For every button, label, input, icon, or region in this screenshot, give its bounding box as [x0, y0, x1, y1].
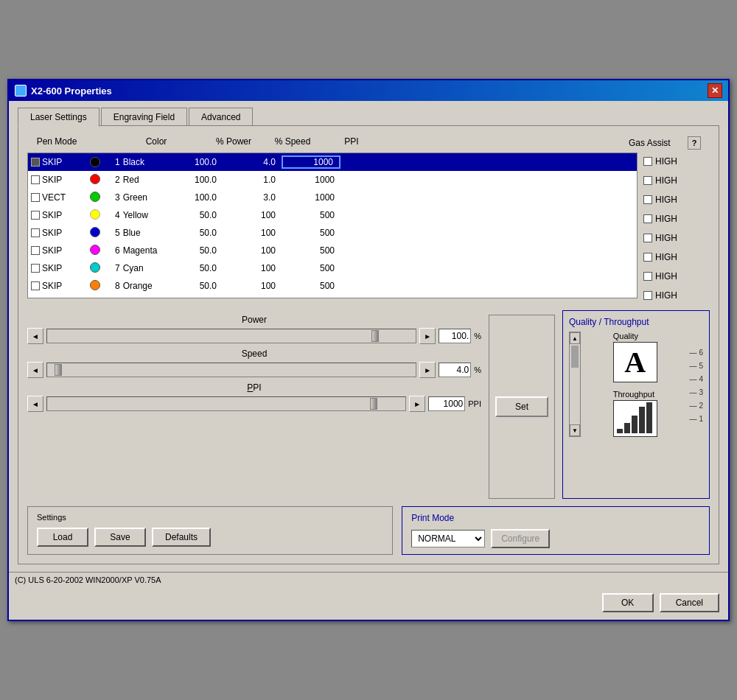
pen-mode-checkbox[interactable]	[31, 228, 40, 237]
status-text: (C) ULS 6-20-2002 WIN2000/XP V0.75A	[15, 575, 161, 584]
ppi-track[interactable]	[46, 396, 406, 411]
gas-assist-checkbox[interactable]	[643, 291, 652, 300]
defaults-button[interactable]: Defaults	[152, 528, 211, 547]
power-unit: %	[474, 332, 481, 340]
tab-advanced[interactable]: Advanced	[189, 108, 253, 127]
middle-section: Power ◄ ► % Speed	[27, 310, 710, 499]
power-val: 50.0	[134, 245, 223, 256]
pen-mode-label: SKIP	[42, 228, 62, 238]
gas-assist-checkbox[interactable]	[643, 253, 652, 262]
pen-mode-checkbox[interactable]	[31, 264, 40, 273]
speed-val: 100	[223, 228, 282, 238]
scroll-down[interactable]: ▼	[570, 424, 580, 436]
gas-value: HIGH	[655, 156, 677, 167]
gas-assist-checkbox[interactable]	[643, 272, 652, 281]
ppi-right-btn[interactable]: ►	[409, 396, 425, 412]
gas-assist-checkbox[interactable]	[643, 157, 652, 166]
gas-assist-column: HIGH HIGH HIGH HIGH HIGH HIGH HIGH HIGH	[643, 153, 710, 304]
pen-mode-checkbox[interactable]	[31, 281, 40, 290]
help-button[interactable]: ?	[688, 136, 701, 150]
gas-assist-row: HIGH	[643, 191, 710, 209]
sliders-area: Power ◄ ► % Speed	[27, 310, 481, 499]
dialog-buttons: OK Cancel	[9, 587, 728, 620]
color-swatch	[90, 157, 100, 167]
pen-mode-checkbox[interactable]	[31, 193, 40, 202]
pen-mode-label: SKIP	[42, 245, 62, 256]
th-gas-assist: Gas Assist	[629, 136, 688, 150]
gas-value: HIGH	[655, 233, 677, 243]
throughput-label: Throughput	[613, 390, 657, 399]
gas-assist-row: HIGH	[643, 172, 710, 189]
th-help[interactable]: ?	[688, 136, 710, 150]
save-button[interactable]: Save	[94, 528, 146, 547]
content-area: Laser Settings Engraving Field Advanced …	[9, 101, 728, 572]
gas-assist-checkbox[interactable]	[643, 176, 652, 185]
color-swatch	[90, 192, 100, 202]
speed-right-btn[interactable]: ►	[419, 362, 436, 378]
set-button[interactable]: Set	[495, 396, 548, 417]
print-mode-dropdown[interactable]: NORMAL HIGH QUALITY HIGH SPEED	[411, 530, 485, 547]
pen-mode-checkbox[interactable]	[31, 175, 40, 184]
ppi-input[interactable]	[428, 396, 465, 411]
gas-assist-row: HIGH	[643, 267, 710, 285]
tab-laser-settings[interactable]: Laser Settings	[18, 108, 99, 127]
table-row[interactable]: VECT 3Green 100.0 3.0 1000	[28, 189, 637, 206]
pen-mode-checkbox[interactable]	[31, 158, 40, 167]
gas-value: HIGH	[655, 214, 677, 224]
th-speed: % Speed	[263, 136, 322, 150]
speed-val: 100	[223, 245, 282, 256]
speed-left-btn[interactable]: ◄	[27, 362, 43, 378]
power-input[interactable]	[439, 329, 471, 343]
table-row[interactable]: SKIP 2Red 100.0 1.0 1000	[28, 171, 637, 189]
table-row[interactable]: SKIP 6Magenta 50.0 100 500	[28, 242, 637, 259]
table-row[interactable]: SKIP 4Yellow 50.0 100 500	[28, 206, 637, 224]
ppi-left-btn[interactable]: ◄	[27, 396, 43, 412]
ppi-val: 1000	[282, 175, 340, 185]
table-row[interactable]: SKIP 7Cyan 50.0 100 500	[28, 259, 637, 277]
gas-value: HIGH	[655, 271, 677, 281]
gas-assist-checkbox[interactable]	[643, 195, 652, 204]
speed-track[interactable]	[46, 363, 416, 377]
quality-section: Quality A	[613, 332, 657, 382]
power-right-btn[interactable]: ►	[419, 328, 436, 344]
window-title: X2-600 Properties	[31, 85, 112, 97]
gas-value: HIGH	[655, 175, 677, 186]
color-swatch	[90, 245, 100, 255]
configure-button[interactable]: Configure	[491, 529, 550, 548]
power-val: 100.0	[134, 175, 223, 185]
tab-engraving-field[interactable]: Engraving Field	[101, 108, 187, 127]
gas-assist-row: HIGH	[643, 210, 710, 228]
table-area: SKIP 1 Black 100.0 4.0 1000	[27, 153, 710, 304]
cancel-button[interactable]: Cancel	[660, 593, 719, 612]
speed-input[interactable]	[439, 363, 471, 377]
table-row[interactable]: SKIP 8Orange 50.0 100 500	[28, 277, 637, 295]
ppi-thumb[interactable]	[370, 398, 377, 410]
load-button[interactable]: Load	[37, 528, 88, 547]
power-thumb[interactable]	[371, 330, 379, 342]
gas-assist-row: HIGH	[643, 248, 710, 266]
svg-rect-4	[646, 402, 652, 433]
th-ppi: PPI	[322, 136, 381, 150]
gas-assist-checkbox[interactable]	[643, 234, 652, 242]
pen-mode-label: SKIP	[42, 263, 62, 273]
ppi-val: 500	[282, 210, 340, 220]
ok-button[interactable]: OK	[602, 593, 654, 612]
color-swatch	[90, 209, 100, 220]
status-bar: (C) ULS 6-20-2002 WIN2000/XP V0.75A	[9, 572, 728, 587]
speed-slider-row: ◄ ► %	[27, 362, 481, 378]
table-row[interactable]: SKIP 1 Black 100.0 4.0 1000	[28, 153, 637, 171]
settings-group: Settings Load Save Defaults	[27, 506, 393, 555]
power-left-btn[interactable]: ◄	[27, 328, 43, 344]
gas-assist-checkbox[interactable]	[643, 214, 652, 223]
close-button[interactable]: ✕	[708, 83, 722, 98]
pen-mode-checkbox[interactable]	[31, 211, 40, 220]
pen-mode-checkbox[interactable]	[31, 246, 40, 255]
power-track[interactable]	[46, 329, 416, 343]
scale-item: —4	[689, 373, 703, 386]
speed-thumb[interactable]	[55, 364, 62, 376]
ppi-slider-row: ◄ ► PPI	[27, 396, 481, 412]
quality-scrollbar[interactable]: ▲ ▼	[569, 332, 581, 437]
scroll-up[interactable]: ▲	[570, 332, 580, 344]
title-bar-left: X2-600 Properties	[15, 85, 112, 97]
table-row[interactable]: SKIP 5Blue 50.0 100 500	[28, 224, 637, 242]
